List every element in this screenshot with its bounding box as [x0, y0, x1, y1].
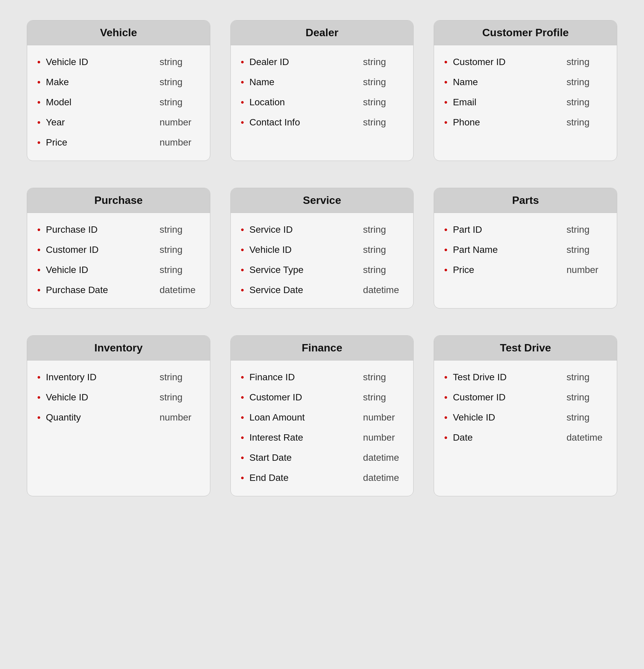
field-bullet-icon: •	[241, 77, 244, 87]
field-bullet-icon: •	[241, 118, 244, 127]
field-type-label: string	[566, 372, 607, 383]
entity-card-purchase: Purchase•Purchase IDstring•Customer IDst…	[27, 188, 210, 309]
field-row: •Customer IDstring	[444, 387, 607, 408]
field-bullet-icon: •	[444, 393, 447, 402]
field-bullet-icon: •	[37, 225, 41, 234]
field-type-label: string	[363, 372, 403, 383]
field-name-label: Service ID	[249, 224, 356, 235]
field-name-label: Start Date	[249, 452, 356, 463]
field-bullet-icon: •	[444, 77, 447, 87]
entity-diagram: Vehicle•Vehicle IDstring•Makestring•Mode…	[27, 20, 617, 496]
field-row: •Pricenumber	[37, 132, 200, 153]
field-row: •Service Datedatetime	[241, 280, 404, 300]
entity-fields-inventory: •Inventory IDstring•Vehicle IDstring•Qua…	[27, 360, 210, 436]
field-type-label: string	[566, 412, 607, 423]
field-name-label: End Date	[249, 472, 356, 483]
field-row: •Makestring	[37, 72, 200, 92]
field-row: •Vehicle IDstring	[444, 408, 607, 428]
field-type-label: number	[160, 117, 200, 128]
field-type-label: string	[566, 57, 607, 67]
field-name-label: Vehicle ID	[46, 392, 153, 403]
field-bullet-icon: •	[241, 473, 244, 483]
field-name-label: Test Drive ID	[453, 372, 560, 383]
field-name-label: Name	[453, 77, 560, 87]
field-row: •End Datedatetime	[241, 468, 404, 488]
field-type-label: string	[160, 77, 200, 87]
field-row: •Namestring	[444, 72, 607, 92]
field-bullet-icon: •	[241, 373, 244, 382]
field-row: •Vehicle IDstring	[37, 387, 200, 408]
field-bullet-icon: •	[241, 225, 244, 234]
entity-title-vehicle: Vehicle	[27, 20, 210, 45]
field-bullet-icon: •	[444, 373, 447, 382]
field-bullet-icon: •	[37, 98, 41, 107]
field-type-label: string	[566, 97, 607, 108]
field-name-label: Part ID	[453, 224, 560, 235]
field-row: •Test Drive IDstring	[444, 367, 607, 387]
field-name-label: Year	[46, 117, 153, 128]
entity-card-service: Service•Service IDstring•Vehicle IDstrin…	[230, 188, 414, 309]
field-name-label: Vehicle ID	[249, 244, 356, 255]
field-name-label: Service Date	[249, 285, 356, 296]
field-name-label: Interest Rate	[249, 432, 356, 443]
entity-fields-vehicle: •Vehicle IDstring•Makestring•Modelstring…	[27, 45, 210, 161]
field-name-label: Customer ID	[453, 57, 560, 67]
field-type-label: string	[160, 392, 200, 403]
field-type-label: string	[363, 117, 403, 128]
field-type-label: string	[363, 97, 403, 108]
entity-card-inventory: Inventory•Inventory IDstring•Vehicle IDs…	[27, 335, 210, 496]
entity-fields-customer-profile: •Customer IDstring•Namestring•Emailstrin…	[434, 45, 617, 141]
field-row: •Finance IDstring	[241, 367, 404, 387]
field-row: •Part Namestring	[444, 240, 607, 260]
field-type-label: datetime	[566, 432, 607, 443]
field-bullet-icon: •	[241, 98, 244, 107]
field-bullet-icon: •	[241, 245, 244, 255]
field-row: •Start Datedatetime	[241, 448, 404, 468]
field-type-label: string	[363, 392, 403, 403]
entity-card-vehicle: Vehicle•Vehicle IDstring•Makestring•Mode…	[27, 20, 210, 161]
field-bullet-icon: •	[444, 57, 447, 67]
field-name-label: Date	[453, 432, 560, 443]
field-bullet-icon: •	[37, 138, 41, 147]
entity-card-customer-profile: Customer Profile•Customer IDstring•Names…	[434, 20, 617, 161]
entity-title-parts: Parts	[434, 188, 617, 213]
field-type-label: string	[160, 265, 200, 275]
entity-title-customer-profile: Customer Profile	[434, 20, 617, 45]
field-row: •Purchase IDstring	[37, 220, 200, 240]
field-type-label: string	[160, 244, 200, 255]
field-type-label: string	[566, 224, 607, 235]
field-row: •Phonestring	[444, 112, 607, 132]
field-name-label: Vehicle ID	[453, 412, 560, 423]
field-row: •Part IDstring	[444, 220, 607, 240]
field-row: •Namestring	[241, 72, 404, 92]
field-name-label: Price	[46, 137, 153, 148]
field-bullet-icon: •	[444, 118, 447, 127]
entity-title-test-drive: Test Drive	[434, 336, 617, 360]
field-name-label: Customer ID	[46, 244, 153, 255]
field-row: •Pricenumber	[444, 260, 607, 280]
entity-title-dealer: Dealer	[231, 20, 414, 45]
field-bullet-icon: •	[37, 373, 41, 382]
field-row: •Emailstring	[444, 92, 607, 112]
entity-fields-dealer: •Dealer IDstring•Namestring•Locationstri…	[231, 45, 414, 141]
field-row: •Yearnumber	[37, 112, 200, 132]
field-type-label: string	[160, 97, 200, 108]
field-row: •Vehicle IDstring	[241, 240, 404, 260]
field-type-label: datetime	[363, 452, 403, 463]
entity-fields-test-drive: •Test Drive IDstring•Customer IDstring•V…	[434, 360, 617, 456]
field-bullet-icon: •	[37, 245, 41, 255]
field-name-label: Part Name	[453, 244, 560, 255]
field-bullet-icon: •	[37, 118, 41, 127]
field-row: •Loan Amountnumber	[241, 408, 404, 428]
field-bullet-icon: •	[241, 57, 244, 67]
field-row: •Vehicle IDstring	[37, 260, 200, 280]
field-bullet-icon: •	[444, 245, 447, 255]
field-bullet-icon: •	[444, 225, 447, 234]
entity-title-finance: Finance	[231, 336, 414, 360]
field-type-label: string	[566, 244, 607, 255]
field-row: •Service Typestring	[241, 260, 404, 280]
field-row: •Customer IDstring	[444, 52, 607, 72]
field-bullet-icon: •	[444, 433, 447, 442]
field-bullet-icon: •	[241, 265, 244, 275]
field-type-label: number	[160, 412, 200, 423]
